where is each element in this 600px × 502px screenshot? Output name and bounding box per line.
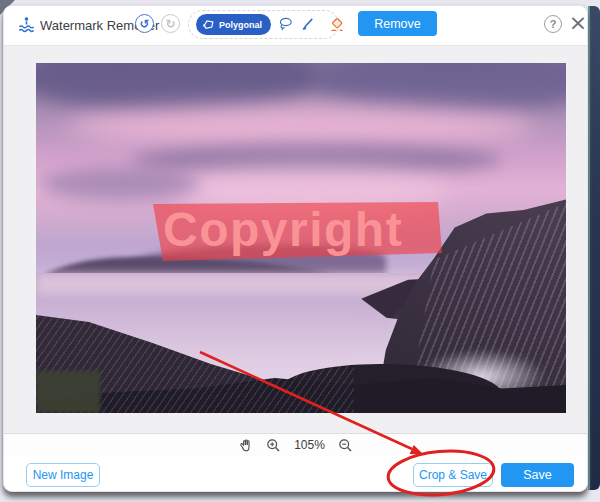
zoom-toolbar: 105% — [4, 434, 587, 456]
zoom-level: 105% — [294, 438, 325, 452]
close-button[interactable]: × — [567, 10, 588, 36]
editor-canvas: Copyright — [4, 45, 587, 434]
eraser-icon — [329, 17, 345, 33]
photo-cloud — [41, 168, 200, 200]
watermark-app-icon — [17, 15, 36, 34]
save-button[interactable]: Save — [501, 463, 574, 487]
brush-tool[interactable] — [300, 17, 315, 33]
photo-cloud — [68, 105, 534, 147]
watermark-remover-window: Watermark Remover ↺ ↻ Polygonal — [3, 5, 588, 492]
footer-bar: New Image Crop & Save Save — [4, 456, 587, 492]
zoom-out-icon — [338, 438, 353, 453]
polygonal-lasso-icon — [203, 19, 215, 31]
redo-button[interactable]: ↻ — [161, 14, 180, 33]
remove-button[interactable]: Remove — [358, 11, 437, 36]
photo-canvas[interactable]: Copyright — [36, 63, 566, 413]
freehand-lasso-tool[interactable] — [278, 17, 293, 33]
brush-icon — [300, 17, 315, 32]
background-window-edge — [588, 6, 600, 490]
screen: Watermark Remover ↺ ↻ Polygonal — [0, 0, 600, 502]
photo-grass-patch — [36, 371, 100, 413]
title-bar: Watermark Remover ↺ ↻ Polygonal — [4, 6, 587, 45]
undo-button[interactable]: ↺ — [135, 14, 154, 33]
crop-and-save-button[interactable]: Crop & Save — [413, 463, 493, 487]
hand-icon — [239, 438, 253, 452]
zoom-out-button[interactable] — [338, 438, 353, 453]
pan-tool[interactable] — [238, 438, 253, 453]
new-image-button[interactable]: New Image — [26, 463, 100, 487]
watermark-text: Copyright — [163, 202, 403, 257]
polygonal-tool-label: Polygonal — [219, 20, 262, 30]
zoom-in-button[interactable] — [266, 438, 281, 453]
eraser-tool[interactable] — [329, 17, 345, 33]
help-button[interactable]: ? — [544, 15, 562, 33]
zoom-in-icon — [266, 438, 281, 453]
freehand-lasso-icon — [278, 17, 293, 32]
selection-tool-group: Polygonal — [188, 10, 339, 39]
polygonal-tool-button[interactable]: Polygonal — [196, 14, 271, 35]
